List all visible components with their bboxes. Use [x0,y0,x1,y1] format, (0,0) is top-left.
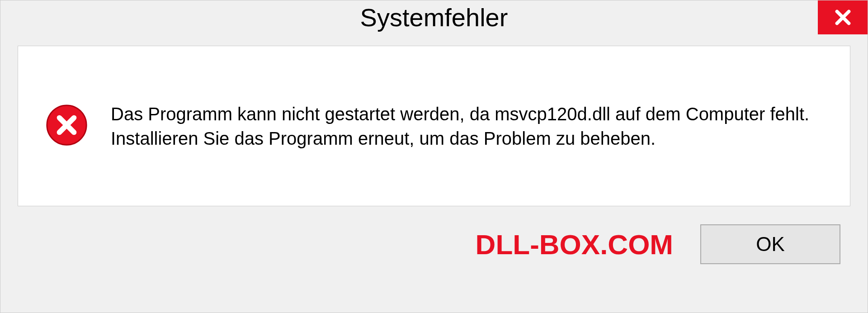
dialog-title: Systemfehler [0,3,868,32]
error-dialog: Systemfehler Das Programm kann nicht ges… [0,0,868,313]
ok-button[interactable]: OK [700,224,840,264]
watermark-text: DLL-BOX.COM [476,228,673,261]
button-row: DLL-BOX.COM OK [0,206,868,264]
title-bar: Systemfehler [0,0,868,46]
close-button[interactable] [818,0,868,34]
error-icon [45,104,88,148]
content-area: Das Programm kann nicht gestartet werden… [18,46,850,206]
close-icon [833,7,853,28]
error-message: Das Programm kann nicht gestartet werden… [111,102,823,151]
